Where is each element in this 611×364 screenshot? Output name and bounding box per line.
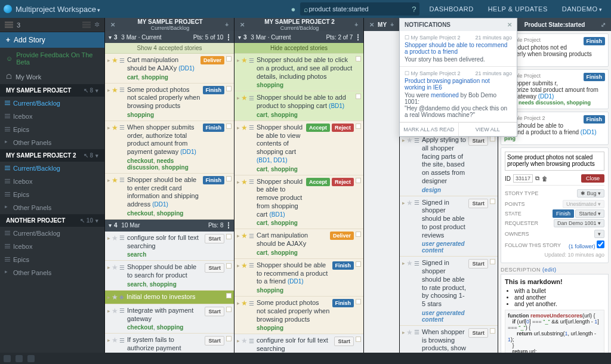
select-checkbox[interactable] bbox=[356, 337, 361, 342]
search-box[interactable]: ⌕ ? bbox=[300, 2, 419, 16]
sidebar-item[interactable]: Other Panels bbox=[0, 266, 104, 279]
expand-icon[interactable]: ▸ bbox=[237, 233, 240, 239]
expand-icon[interactable]: ▸ bbox=[107, 57, 110, 63]
select-checkbox[interactable] bbox=[226, 307, 232, 312]
star-icon[interactable]: ★ bbox=[241, 232, 248, 240]
select-checkbox[interactable] bbox=[356, 56, 361, 61]
expand-icon[interactable]: ▸ bbox=[402, 200, 405, 206]
star-icon[interactable]: ★ bbox=[112, 56, 118, 64]
select-checkbox[interactable] bbox=[356, 232, 361, 237]
edit-description-link[interactable]: (edit) bbox=[542, 267, 557, 273]
expand-icon[interactable]: ▸ bbox=[107, 337, 110, 343]
start-button[interactable]: Start bbox=[205, 307, 224, 316]
add-story-button[interactable]: +Add Story bbox=[0, 32, 104, 48]
finish-button[interactable]: Finish bbox=[203, 86, 225, 94]
search-input[interactable] bbox=[308, 5, 412, 13]
start-button[interactable]: Start bbox=[468, 136, 488, 146]
trash-icon[interactable]: 🗑 bbox=[542, 175, 548, 182]
story-row[interactable]: ▸★☰ Shopper should be able to click on a… bbox=[234, 54, 363, 91]
select-checkbox[interactable] bbox=[226, 263, 232, 269]
close-button[interactable]: Close bbox=[581, 174, 604, 183]
follow-checkbox[interactable] bbox=[597, 240, 604, 248]
reject-button[interactable]: Reject bbox=[332, 178, 354, 186]
description-body[interactable]: This is markdown!with a bulletand anothe… bbox=[501, 274, 609, 353]
start-button[interactable]: Start bbox=[468, 199, 488, 208]
expand-icon[interactable]: ▸ bbox=[237, 57, 240, 63]
sidebar-item[interactable]: Icebox bbox=[0, 175, 104, 188]
select-checkbox[interactable] bbox=[490, 199, 495, 204]
star-icon[interactable]: ★ bbox=[406, 199, 413, 207]
select-checkbox[interactable] bbox=[490, 259, 495, 264]
expand-icon[interactable]: ▸ bbox=[107, 235, 110, 241]
star-icon[interactable]: ★ bbox=[241, 178, 248, 186]
story-row[interactable]: ▸★☰ Signed in shopper should be able to … bbox=[400, 196, 498, 257]
notification-item[interactable]: ☐ My Sample Project 221 minutes agoProdu… bbox=[400, 67, 517, 122]
star-icon[interactable]: ★ bbox=[112, 176, 118, 184]
deliver-button[interactable]: Deliver bbox=[200, 56, 224, 64]
select-checkbox[interactable] bbox=[226, 56, 232, 61]
collapse-icon[interactable]: ▾ bbox=[109, 34, 112, 41]
accepted-toggle[interactable]: Hide accepted stories bbox=[234, 43, 363, 54]
requester-select[interactable]: Dan Demo 1001 bbox=[554, 219, 604, 227]
start-button[interactable]: Start bbox=[205, 263, 224, 273]
story-row[interactable]: ▸★☰ Shopper should be able to search for… bbox=[105, 261, 234, 291]
start-button[interactable]: Start bbox=[468, 259, 488, 269]
finish-button[interactable]: Finish bbox=[203, 176, 225, 184]
star-icon[interactable]: ★ bbox=[112, 124, 118, 132]
list-icon[interactable] bbox=[82, 21, 91, 28]
sidebar-item[interactable]: Current/Backlog bbox=[0, 97, 104, 110]
expand-icon[interactable]: ▸ bbox=[107, 294, 110, 300]
start-button[interactable]: Start bbox=[334, 337, 354, 346]
story-row[interactable]: ▸★☰ Apply styling to all shopper facing … bbox=[400, 134, 498, 196]
star-icon[interactable]: ★ bbox=[112, 293, 118, 301]
select-checkbox[interactable] bbox=[356, 178, 361, 183]
state-select[interactable]: Started bbox=[575, 209, 604, 218]
expand-icon[interactable]: ▸ bbox=[237, 179, 240, 185]
sidebar-group-header[interactable]: MY SAMPLE PROJECT↖ 8▾ bbox=[0, 84, 104, 97]
sidebar-item[interactable]: Epics bbox=[0, 188, 104, 201]
story-type-select[interactable]: ✱ Bug bbox=[577, 189, 604, 198]
star-icon[interactable]: ★ bbox=[241, 299, 248, 307]
story-row[interactable]: ▸★☰ Some product photos not scaled prope… bbox=[234, 297, 363, 334]
add-icon[interactable]: + bbox=[388, 21, 396, 28]
star-icon[interactable]: ★ bbox=[241, 94, 248, 102]
sidebar-group-header[interactable]: ANOTHER PROJECT↖ 10▾ bbox=[0, 214, 104, 227]
followers-link[interactable]: (1 follower) bbox=[569, 243, 595, 249]
star-icon[interactable]: ★ bbox=[112, 307, 118, 315]
my-work-link[interactable]: ☖My Work bbox=[0, 69, 104, 84]
select-checkbox[interactable] bbox=[226, 124, 232, 129]
star-icon[interactable]: ★ bbox=[241, 261, 248, 270]
panel-menu-icon[interactable]: ⤢ bbox=[599, 21, 607, 28]
expand-icon[interactable]: ▸ bbox=[402, 137, 405, 143]
add-icon[interactable]: + bbox=[353, 21, 360, 28]
select-checkbox[interactable] bbox=[490, 136, 495, 141]
expand-icon[interactable]: ▸ bbox=[402, 260, 405, 266]
story-row[interactable]: ▸★☰ Integrate with payment gatewaychecko… bbox=[105, 304, 234, 334]
star-icon[interactable]: ★ bbox=[406, 328, 413, 337]
expand-icon[interactable]: ▸ bbox=[237, 300, 240, 306]
collapse-icon[interactable]: ▾ bbox=[238, 34, 241, 41]
select-checkbox[interactable] bbox=[356, 124, 361, 129]
sidebar-item[interactable]: Current/Backlog bbox=[0, 162, 104, 175]
points-select[interactable]: Unestimated bbox=[563, 200, 604, 208]
copy-icon[interactable]: ⧉ bbox=[535, 175, 539, 182]
bottom-icon[interactable] bbox=[27, 355, 35, 362]
sidebar-item[interactable]: Icebox bbox=[0, 240, 104, 253]
select-checkbox[interactable] bbox=[226, 86, 232, 91]
accepted-toggle[interactable]: Show 4 accepted stories bbox=[105, 43, 234, 54]
sidebar-item[interactable]: Icebox bbox=[0, 110, 104, 123]
notification-item[interactable]: ☐ My Sample Project 221 minutes agoShopp… bbox=[400, 31, 517, 67]
select-checkbox[interactable] bbox=[226, 176, 232, 181]
star-icon[interactable]: ★ bbox=[406, 259, 413, 267]
expand-icon[interactable]: ▸ bbox=[237, 125, 240, 131]
add-icon[interactable]: + bbox=[223, 21, 230, 28]
story-title-input[interactable]: Some product photos not scaled properly … bbox=[505, 152, 604, 171]
expand-icon[interactable]: ▸ bbox=[107, 177, 110, 183]
sidebar-item[interactable]: Epics bbox=[0, 253, 104, 266]
expand-icon[interactable]: ▸ bbox=[237, 338, 240, 344]
reject-button[interactable]: Reject bbox=[332, 124, 354, 132]
hamburger-icon[interactable] bbox=[5, 21, 13, 28]
story-id[interactable]: 33117 bbox=[513, 174, 533, 183]
expand-icon[interactable]: ▸ bbox=[107, 125, 110, 131]
select-checkbox[interactable] bbox=[356, 94, 361, 99]
